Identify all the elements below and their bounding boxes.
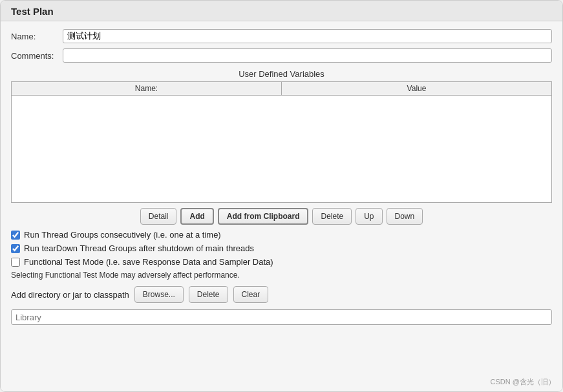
name-input[interactable]: [63, 29, 552, 43]
functional-info-text: Selecting Functional Test Mode may adver…: [11, 271, 552, 280]
library-input[interactable]: [11, 309, 552, 325]
functional-test-checkbox[interactable]: [11, 258, 20, 267]
delete-button[interactable]: Delete: [312, 208, 352, 225]
add-button[interactable]: Add: [180, 208, 213, 225]
classpath-row: Add directory or jar to classpath Browse…: [11, 286, 552, 303]
variables-section-title: User Defined Variables: [11, 69, 552, 79]
content-area: Name: Comments: User Defined Variables N…: [1, 21, 562, 391]
table-body: [12, 96, 551, 202]
classpath-delete-button[interactable]: Delete: [189, 286, 228, 303]
add-from-clipboard-button[interactable]: Add from Clipboard: [218, 208, 309, 225]
functional-test-row: Functional Test Mode (i.e. save Response…: [11, 257, 552, 267]
run-thread-groups-label: Run Thread Groups consecutively (i.e. on…: [24, 230, 221, 240]
comments-row: Comments:: [11, 48, 552, 63]
main-window: Test Plan Name: Comments: User Defined V…: [0, 0, 563, 392]
window-title: Test Plan: [11, 6, 552, 17]
browse-button[interactable]: Browse...: [134, 286, 184, 303]
title-bar: Test Plan: [1, 1, 562, 21]
run-teardown-checkbox[interactable]: [11, 244, 20, 253]
comments-label: Comments:: [11, 51, 63, 61]
run-teardown-row: Run tearDown Thread Groups after shutdow…: [11, 243, 552, 253]
run-thread-groups-row: Run Thread Groups consecutively (i.e. on…: [11, 230, 552, 240]
variables-table: Name: Value: [11, 81, 552, 203]
table-header: Name: Value: [12, 82, 551, 96]
col-name-header: Name:: [12, 82, 282, 95]
down-button[interactable]: Down: [387, 208, 423, 225]
run-thread-groups-checkbox[interactable]: [11, 231, 20, 240]
name-row: Name:: [11, 29, 552, 43]
run-teardown-label: Run tearDown Thread Groups after shutdow…: [24, 243, 254, 253]
functional-test-label: Functional Test Mode (i.e. save Response…: [24, 257, 273, 267]
classpath-label: Add directory or jar to classpath: [11, 290, 129, 300]
clear-button[interactable]: Clear: [233, 286, 269, 303]
variables-toolbar: Detail Add Add from Clipboard Delete Up …: [11, 208, 552, 225]
col-value-header: Value: [282, 82, 551, 95]
watermark: CSDN @含光（旧）: [491, 377, 555, 387]
detail-button[interactable]: Detail: [140, 208, 177, 225]
up-button[interactable]: Up: [356, 208, 382, 225]
name-label: Name:: [11, 32, 63, 41]
comments-input[interactable]: [63, 48, 552, 63]
